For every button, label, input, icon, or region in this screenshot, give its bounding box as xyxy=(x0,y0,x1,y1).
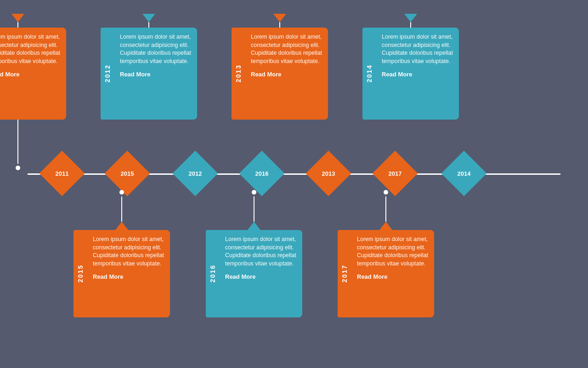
diamond-2011: 2011 xyxy=(40,151,85,196)
card-wrapper-2011-top: 2011 Lorem ipsum dolor sit amet, consect… xyxy=(11,14,24,170)
connector-line-2016 xyxy=(254,196,254,222)
arrow-2012 xyxy=(142,14,155,22)
year-bar-2012: 2012 xyxy=(101,28,114,120)
arrow-2016 xyxy=(248,222,260,230)
read-more-2011[interactable]: Read More xyxy=(0,71,19,78)
timeline-container: 2011 2015 2012 2016 2013 2017 2014 2011 … xyxy=(0,0,588,368)
year-bar-2015: 2015 xyxy=(74,230,87,317)
card-2014: 2014 Lorem ipsum dolor sit amet, consect… xyxy=(362,28,459,120)
card-content-2013: Lorem ipsum dolor sit amet, consectetur … xyxy=(245,28,328,120)
diamond-2014: 2014 xyxy=(441,151,487,196)
read-more-2014[interactable]: Read More xyxy=(382,71,412,78)
card-content-2015: Lorem ipsum dolor sit amet, consectetur … xyxy=(87,230,170,317)
read-more-2013[interactable]: Read More xyxy=(251,71,281,78)
card-wrapper-2013-top: 2013 Lorem ipsum dolor sit amet, consect… xyxy=(273,14,286,170)
dot-2017 xyxy=(384,190,388,195)
card-2011: 2011 Lorem ipsum dolor sit amet, consect… xyxy=(0,28,66,120)
read-more-2015[interactable]: Read More xyxy=(93,273,123,280)
year-bar-2014: 2014 xyxy=(362,28,376,120)
arrow-2017 xyxy=(379,222,392,230)
read-more-2016[interactable]: Read More xyxy=(225,273,255,280)
arrow-2015 xyxy=(115,222,128,230)
arrow-2014 xyxy=(404,14,417,22)
dot-2016 xyxy=(252,190,256,195)
card-content-2017: Lorem ipsum dolor sit amet, consectetur … xyxy=(351,230,434,317)
arrow-2013 xyxy=(273,14,286,22)
card-content-2016: Lorem ipsum dolor sit amet, consectetur … xyxy=(220,230,302,317)
card-wrapper-2015-bottom: 2015 Lorem ipsum dolor sit amet, consect… xyxy=(74,190,170,317)
connector-line-2015 xyxy=(121,196,122,222)
card-wrapper-2014-top: 2014 Lorem ipsum dolor sit amet, consect… xyxy=(404,14,417,170)
read-more-2017-bottom[interactable]: Read More xyxy=(357,273,387,280)
arrow-2011 xyxy=(11,14,24,22)
dot-2011 xyxy=(16,166,20,170)
card-2013: 2013 Lorem ipsum dolor sit amet, consect… xyxy=(232,28,328,120)
diamond-2012: 2012 xyxy=(173,151,218,196)
card-content-2011: Lorem ipsum dolor sit amet, consectetur … xyxy=(0,28,66,120)
diamond-2013: 2013 xyxy=(306,151,351,196)
card-wrapper-2012-top: 2012 Lorem ipsum dolor sit amet, consect… xyxy=(142,14,155,170)
year-bar-2016: 2016 xyxy=(206,230,220,317)
card-2015: 2015 Lorem ipsum dolor sit amet, consect… xyxy=(74,230,170,317)
read-more-2012[interactable]: Read More xyxy=(120,71,150,78)
card-2016: 2016 Lorem ipsum dolor sit amet, consect… xyxy=(206,230,302,317)
dot-2015 xyxy=(119,190,124,195)
card-2017: 2017 Lorem ipsum dolor sit amet, consect… xyxy=(338,230,434,317)
year-bar-2013: 2013 xyxy=(232,28,245,120)
card-wrapper-2016-bottom: 2016 Lorem ipsum dolor sit amet, consect… xyxy=(206,190,302,317)
connector-line-2017 xyxy=(385,196,386,222)
card-content-2012: Lorem ipsum dolor sit amet, consectetur … xyxy=(114,28,197,120)
year-bar-2017: 2017 xyxy=(338,230,351,317)
card-2012: 2012 Lorem ipsum dolor sit amet, consect… xyxy=(101,28,197,120)
card-content-2014: Lorem ipsum dolor sit amet, consectetur … xyxy=(376,28,459,120)
card-wrapper-2017-bottom: 2017 Lorem ipsum dolor sit amet, consect… xyxy=(338,190,434,317)
